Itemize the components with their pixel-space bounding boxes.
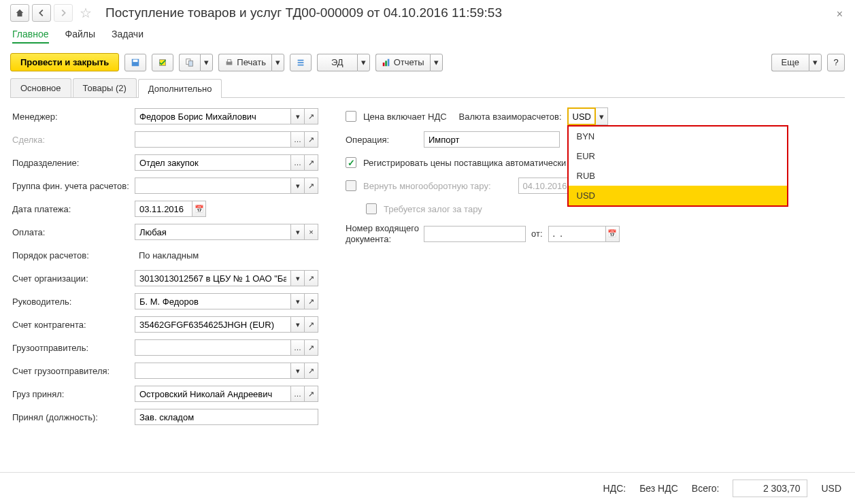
fingroup-dd[interactable]: ▾ [291, 178, 305, 194]
shipper-input[interactable] [135, 339, 291, 356]
manager-open[interactable]: ↗ [305, 108, 318, 124]
deposit-checkbox [366, 203, 377, 214]
dept-open[interactable]: ↗ [305, 154, 318, 171]
orgacc-label: Счет организации: [12, 273, 135, 284]
create-based-on-button[interactable]: ▾ [179, 54, 213, 71]
register-prices-label: Регистрировать цены поставщика автоматич… [363, 158, 566, 168]
paydate-input[interactable] [135, 201, 192, 217]
currency-dropdown-button[interactable]: ▾ [596, 107, 608, 125]
deposit-label: Требуется залог за тару [384, 204, 482, 214]
contracc-input[interactable] [135, 316, 291, 333]
return-tare-checkbox [346, 180, 356, 191]
incoming-input[interactable] [424, 226, 526, 242]
dept-input[interactable] [135, 154, 291, 171]
shipperacc-dd[interactable]: ▾ [291, 363, 305, 379]
home-button[interactable] [10, 4, 29, 22]
orgacc-dd[interactable]: ▾ [291, 270, 305, 286]
left-column: Менеджер:▾↗ Сделка:…↗ Подразделение:…↗ Г… [12, 107, 318, 431]
from-date-cal[interactable]: 📅 [606, 226, 620, 242]
deal-open[interactable]: ↗ [305, 131, 318, 148]
from-date-input[interactable] [548, 226, 606, 242]
menubar: Главное Файлы Задачи [0, 26, 855, 49]
fingroup-input[interactable] [135, 178, 291, 194]
from-label: от: [531, 229, 543, 239]
currency-option-eur[interactable]: EUR [569, 146, 787, 166]
shipperacc-label: Счет грузоотправителя: [12, 366, 135, 376]
more-button[interactable]: Еще▾ [771, 54, 822, 71]
nav-toolbar: ☆ Поступление товаров и услуг ТД00-00000… [0, 0, 855, 26]
currency-option-rub[interactable]: RUB [569, 166, 787, 186]
paydate-label: Дата платежа: [12, 204, 135, 214]
currency-label: Валюта взаиморасчетов: [459, 112, 562, 122]
currency-option-byn[interactable]: BYN [569, 127, 787, 146]
incoming-label: Номер входящего документа: [346, 223, 424, 244]
paydate-cal[interactable]: 📅 [192, 201, 206, 217]
receivedpos-input[interactable] [135, 409, 318, 425]
receivedpos-label: Принял (должность): [12, 412, 135, 422]
deal-label: Сделка: [12, 135, 135, 145]
deal-dots[interactable]: … [291, 131, 305, 148]
price-includes-vat-label: Цена включает НДС [363, 112, 447, 122]
head-input[interactable] [135, 293, 291, 309]
head-open[interactable]: ↗ [305, 293, 318, 309]
received-open[interactable]: ↗ [305, 386, 318, 402]
post-and-close-button[interactable]: Провести и закрыть [10, 53, 119, 71]
star-icon[interactable]: ☆ [80, 5, 92, 21]
payment-dd[interactable]: ▾ [291, 224, 305, 240]
fingroup-label: Группа фин. учета расчетов: [12, 181, 135, 191]
menu-files[interactable]: Файлы [65, 29, 95, 44]
payment-clear[interactable]: × [305, 224, 318, 240]
payment-input[interactable] [135, 224, 291, 240]
fingroup-open[interactable]: ↗ [305, 178, 318, 194]
svg-rect-4 [189, 61, 193, 66]
calcorder-label: Порядок расчетов: [12, 250, 135, 261]
forward-button[interactable] [54, 4, 73, 22]
tab-goods[interactable]: Товары (2) [73, 78, 137, 97]
orgacc-open[interactable]: ↗ [305, 270, 318, 286]
manager-dd[interactable]: ▾ [291, 108, 305, 124]
post-button[interactable] [152, 54, 173, 71]
shipper-open[interactable]: ↗ [305, 339, 318, 356]
svg-rect-9 [387, 58, 389, 66]
ed-button[interactable]: ЭД▾ [317, 54, 370, 71]
shipperacc-input[interactable] [135, 363, 291, 379]
form-body: Менеджер:▾↗ Сделка:…↗ Подразделение:…↗ Г… [0, 98, 855, 441]
contracc-dd[interactable]: ▾ [291, 316, 305, 333]
shipperacc-open[interactable]: ↗ [305, 363, 318, 379]
head-label: Руководитель: [12, 297, 135, 307]
currency-option-usd[interactable]: USD [569, 186, 787, 205]
dept-dots[interactable]: … [291, 154, 305, 171]
shipper-dots[interactable]: … [291, 339, 305, 356]
received-input[interactable] [135, 386, 291, 402]
orgacc-input[interactable] [135, 270, 291, 286]
tab-additional[interactable]: Дополнительно [138, 79, 222, 98]
shipper-label: Грузоотправитель: [12, 343, 135, 353]
reports-button[interactable]: Отчеты▾ [375, 54, 443, 71]
list-button[interactable] [290, 54, 312, 71]
manager-input[interactable] [135, 108, 291, 124]
help-button[interactable]: ? [827, 54, 845, 71]
deal-input[interactable] [135, 131, 291, 148]
tab-main[interactable]: Основное [10, 78, 71, 97]
back-button[interactable] [32, 4, 51, 22]
head-dd[interactable]: ▾ [291, 293, 305, 309]
right-column: Цена включает НДС Валюта взаиморасчетов:… [346, 107, 620, 431]
operation-input[interactable] [424, 131, 560, 148]
svg-rect-1 [133, 59, 138, 62]
menu-main[interactable]: Главное [12, 29, 49, 44]
menu-tasks[interactable]: Задачи [112, 29, 144, 44]
svg-rect-8 [385, 61, 387, 66]
currency-input[interactable] [567, 107, 596, 125]
register-prices-checkbox[interactable] [346, 157, 356, 168]
tabs: Основное Товары (2) Дополнительно [10, 78, 845, 98]
received-dots[interactable]: … [291, 386, 305, 402]
save-button[interactable] [124, 54, 146, 71]
close-button[interactable]: × [837, 8, 843, 20]
print-button[interactable]: Печать▾ [218, 54, 284, 71]
received-label: Груз принял: [12, 389, 135, 399]
contracc-open[interactable]: ↗ [305, 316, 318, 333]
calcorder-value: По накладным [135, 250, 199, 261]
price-includes-vat-checkbox[interactable] [346, 111, 356, 122]
window-title: Поступление товаров и услуг ТД00-000009 … [105, 5, 502, 20]
return-tare-label: Вернуть многооборотную тару: [363, 181, 491, 191]
